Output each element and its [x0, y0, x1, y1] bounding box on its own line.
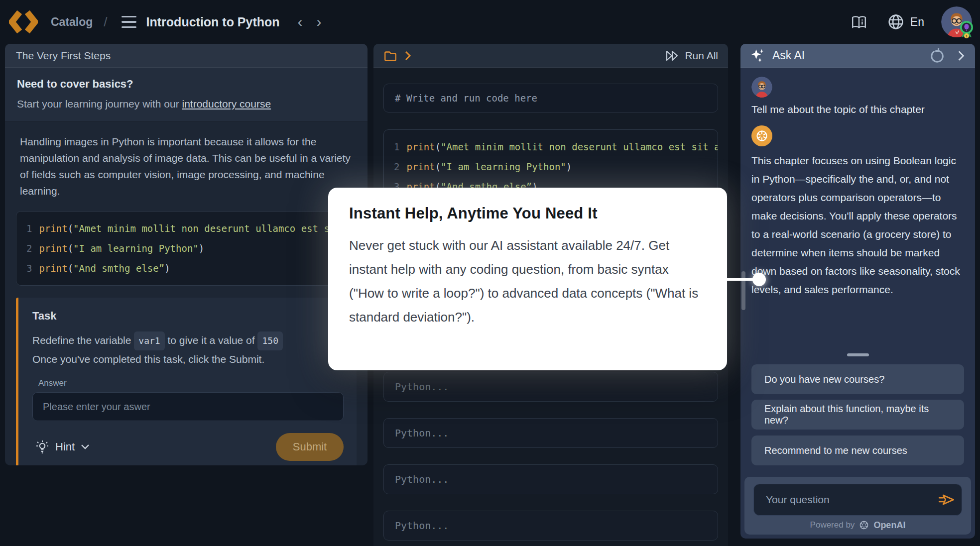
powered-by-label: Powered by	[810, 520, 855, 530]
scratch-code-input[interactable]: # Write and run code here	[383, 84, 718, 112]
suggestion-chip[interactable]: Explain about this function, maybe its n…	[751, 400, 964, 430]
task-card: Task Redefine the variable var1 to give …	[16, 298, 357, 465]
lesson-body: Handling images in Python is important b…	[5, 121, 368, 465]
run-all-button[interactable]: Run All	[665, 49, 718, 62]
lesson-code-block[interactable]: 1print("Amet minim mollit non deserunt u…	[16, 211, 357, 286]
task-title: Task	[32, 310, 344, 323]
lesson-panel: The Very First Steps Need to cover basic…	[5, 44, 368, 465]
collapse-chevron-icon[interactable]	[957, 50, 965, 62]
ai-chat-response: This chapter focuses on using Boolean lo…	[751, 151, 964, 299]
chevron-down-icon	[81, 444, 90, 450]
lesson-panel-header: The Very First Steps	[5, 44, 368, 68]
openai-footer-icon	[858, 520, 869, 531]
globe-language-icon[interactable]	[887, 13, 904, 30]
expand-chevron-icon[interactable]	[404, 50, 411, 61]
tooltip-title: Instant Help, Anytime You Need It	[349, 205, 706, 222]
tooltip-connector-dot	[752, 273, 766, 286]
next-chapter-button[interactable]: ›	[317, 14, 322, 29]
user-avatar[interactable]: 1	[941, 6, 972, 37]
ask-ai-footer: Powered by OpenAI	[744, 477, 971, 535]
code-line: 2print("I am learning Python")	[394, 157, 708, 177]
sparkles-icon	[750, 48, 765, 63]
tooltip-body: Never get stuck with our AI assistant av…	[349, 233, 706, 329]
run-all-label: Run All	[685, 50, 718, 62]
chapter-menu-icon[interactable]	[122, 16, 136, 28]
code-line: 1print("Amet minim mollit non deserunt u…	[394, 137, 708, 157]
breadcrumb-separator: /	[104, 14, 107, 30]
folder-icon[interactable]	[383, 49, 397, 62]
ai-panel-scrollbar-thumb[interactable]	[741, 271, 745, 310]
python-cell-input[interactable]: Python...	[383, 464, 718, 494]
openai-brand-label: OpenAI	[873, 520, 905, 531]
send-icon	[938, 491, 955, 508]
run-all-icon	[665, 49, 680, 62]
python-cell-stack: Python... Python... Python... Python...	[383, 372, 718, 541]
suggestion-chip[interactable]: Do you have new courses?	[751, 364, 964, 394]
suggestions-drag-handle[interactable]	[847, 353, 869, 356]
code-line: 3print("And smthg else”)	[26, 258, 346, 278]
code-line: 1print("Amet minim mollit non deserunt u…	[26, 218, 346, 238]
hint-toggle[interactable]: Hint	[35, 439, 90, 454]
ask-ai-title: Ask AI	[772, 49, 805, 62]
send-button[interactable]	[938, 491, 955, 508]
question-input[interactable]	[753, 484, 962, 516]
svg-text:1: 1	[966, 34, 968, 38]
topbar-right-cluster: En	[851, 6, 980, 37]
language-label[interactable]: En	[910, 15, 924, 29]
suggestion-chip[interactable]: Recommend to me new courses	[751, 436, 964, 465]
basics-text: Start your learning journey with our	[17, 98, 182, 109]
lesson-title: The Very First Steps	[16, 50, 111, 62]
hint-label: Hint	[55, 440, 75, 453]
inline-code-var1: var1	[134, 331, 164, 350]
docs-book-icon[interactable]	[851, 14, 867, 29]
python-cell-input[interactable]: Python...	[383, 372, 718, 402]
basics-title: Need to cover basics?	[17, 78, 356, 91]
onboarding-tooltip: Instant Help, Anytime You Need It Never …	[328, 188, 727, 370]
user-chat-avatar	[751, 77, 772, 98]
chat-thread: Tell me about the topic of this chapter …	[740, 68, 975, 299]
lightbulb-icon	[35, 439, 49, 454]
lesson-paragraph: Handling images in Python is important b…	[16, 133, 357, 199]
user-chat-message: Tell me about the topic of this chapter	[751, 104, 964, 115]
ask-ai-panel: Ask AI	[740, 44, 975, 539]
page-title: Introduction to Python	[146, 15, 280, 29]
app-root: Catalog / Introduction to Python ‹ ›	[0, 0, 980, 546]
introductory-course-link[interactable]: introductory course	[182, 98, 271, 109]
breadcrumb-catalog-link[interactable]: Catalog	[51, 15, 93, 29]
ask-ai-header: Ask AI	[740, 44, 975, 68]
basics-callout: Need to cover basics? Start your learnin…	[5, 68, 368, 121]
python-cell-input[interactable]: Python...	[383, 418, 718, 448]
openai-chat-avatar	[751, 125, 772, 146]
powered-by-row: Powered by OpenAI	[753, 520, 962, 531]
editor-panel-header: Run All	[373, 44, 728, 68]
answer-input[interactable]	[32, 392, 344, 421]
python-cell-input[interactable]: Python...	[383, 511, 718, 541]
task-description: Redefine the variable var1 to give it a …	[32, 331, 344, 368]
refresh-icon[interactable]	[929, 48, 944, 63]
answer-label: Answer	[38, 378, 344, 388]
achievement-badge-icon: 1	[958, 20, 975, 39]
top-navigation-bar: Catalog / Introduction to Python ‹ ›	[0, 0, 980, 44]
inline-code-150: 150	[257, 331, 283, 350]
openai-logo-icon	[755, 129, 769, 143]
submit-button[interactable]: Submit	[276, 433, 344, 461]
task-footer: Hint Submit	[32, 433, 344, 461]
code-line: 2print("I am learning Python")	[26, 238, 346, 258]
prev-chapter-button[interactable]: ‹	[298, 14, 303, 29]
app-logo-icon[interactable]	[9, 9, 38, 35]
